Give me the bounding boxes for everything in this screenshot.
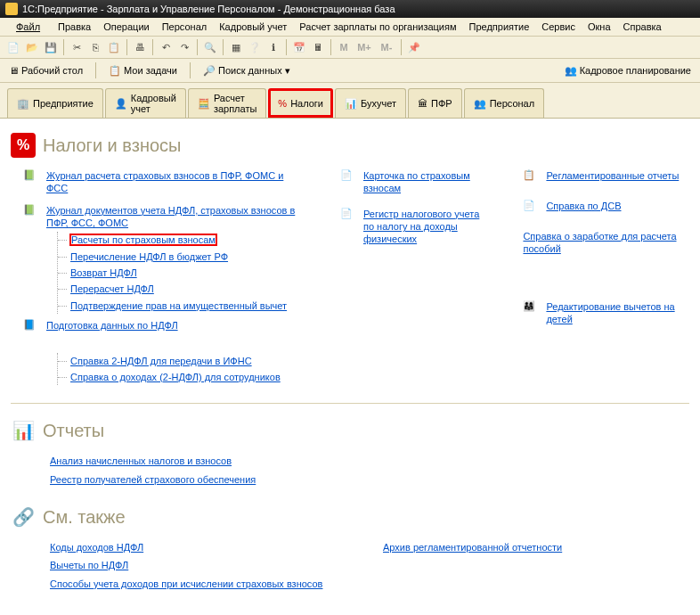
separator (330, 39, 331, 55)
separator (63, 39, 64, 55)
help-icon[interactable]: ❔ (247, 39, 263, 55)
link-ndfl-journal[interactable]: Журнал документов учета НДФЛ, страховых … (46, 204, 301, 230)
hr-planning-label: Кадровое планирование (580, 65, 691, 76)
tab-label: Предприятие (33, 98, 94, 109)
link-reg-reports[interactable]: Регламентированные отчеты (546, 169, 679, 182)
dropdown-icon: ▾ (285, 65, 290, 77)
menu-help[interactable]: Справка (618, 20, 667, 34)
content-area: % Налоги и взносы 📗 Журнал расчета страх… (0, 119, 700, 615)
link-tax-register[interactable]: Регистр налогового учета по налогу на до… (363, 208, 484, 246)
search-icon[interactable]: 🔍 (202, 39, 218, 55)
menu-file[interactable]: Файл (5, 20, 51, 34)
link-insurance-calc[interactable]: Расчеты по страховым взносам (70, 234, 216, 245)
divider (11, 403, 689, 404)
separator (190, 62, 191, 78)
tab-label: Бухучет (361, 98, 396, 109)
pfr-icon: 🏛 (418, 98, 427, 109)
tab-pfr[interactable]: 🏛ПФР (408, 88, 462, 118)
section-reports-title: 📊 Отчеты (11, 418, 689, 443)
tab-personnel[interactable]: 👥Персонал (464, 88, 545, 118)
section-seealso-title: 🔗 См. также (11, 504, 689, 529)
link-income-codes[interactable]: Коды доходов НДФЛ (50, 542, 143, 553)
percent-icon: % (278, 98, 287, 109)
app-logo (5, 3, 18, 15)
search-data-button[interactable]: 🔎 Поиск данных ▾ (199, 63, 294, 78)
memory-m[interactable]: M (336, 39, 352, 55)
tab-accounting[interactable]: 📊Бухучет (335, 88, 406, 118)
link-insurance-registry[interactable]: Реестр получателей страхового обеспечени… (50, 474, 256, 485)
paste-icon[interactable]: 📋 (106, 39, 122, 55)
print-icon[interactable]: 🖶 (132, 39, 148, 55)
tab-label: Налоги (290, 98, 323, 109)
building-icon: 🏢 (17, 98, 29, 110)
memory-mplus[interactable]: M+ (354, 39, 374, 55)
section-tabs: 🏢Предприятие 👤Кадровыйучет 🧮Расчетзарпла… (0, 83, 700, 119)
link-dsv[interactable]: Справка по ДСВ (546, 200, 621, 212)
report-icon: 📋 (523, 169, 541, 187)
menu-personnel[interactable]: Персонал (157, 20, 213, 34)
calc-icon: 🧮 (198, 98, 210, 110)
hr-planning-icon: 👥 (565, 65, 577, 77)
cut-icon[interactable]: ✂ (69, 39, 85, 55)
link-child-deductions[interactable]: Редактирование вычетов на детей (546, 300, 689, 326)
tab-payroll[interactable]: 🧮Расчетзарплаты (188, 88, 266, 118)
menu-operations[interactable]: Операции (98, 20, 154, 34)
tab-enterprise[interactable]: 🏢Предприятие (7, 88, 103, 118)
link-ndfl-transfer[interactable]: Перечисление НДФЛ в бюджет РФ (70, 251, 228, 262)
people-icon: 👥 (474, 98, 486, 110)
separator (152, 39, 153, 55)
new-icon[interactable]: 📄 (5, 39, 21, 55)
journal-icon: 📗 (23, 204, 41, 222)
window-title: 1С:Предприятие - Зарплата и Управление П… (22, 4, 395, 14)
link-ndfl-prep[interactable]: Подготовка данных по НДФЛ (46, 319, 178, 332)
undo-icon[interactable]: ↶ (158, 39, 174, 55)
link-2ndfl-ifns[interactable]: Справка 2-НДФЛ для передачи в ИФНС (70, 356, 252, 366)
separator (95, 62, 96, 78)
link-ndfl-recalc[interactable]: Перерасчет НДФЛ (70, 283, 154, 294)
link-ndfl-deductions[interactable]: Вычеты по НДФЛ (50, 560, 128, 570)
calc-icon[interactable]: 🖩 (310, 39, 326, 55)
section-title-text: Налоги и взносы (43, 135, 181, 156)
link-property-deduction[interactable]: Подтверждение прав на имущественный выче… (70, 300, 287, 311)
link-tax-analysis[interactable]: Анализ начисленных налогов и взносов (50, 455, 232, 466)
menu-bar: Файл Правка Операции Персонал Кадровый у… (0, 18, 700, 37)
pin-icon[interactable]: 📌 (406, 39, 422, 55)
hr-planning-button[interactable]: 👥 Кадровое планирование (561, 63, 695, 78)
menu-hr[interactable]: Кадровый учет (214, 20, 292, 34)
menu-edit[interactable]: Правка (53, 20, 96, 34)
link-salary-cert[interactable]: Справка о заработке для расчета пособий (523, 230, 689, 256)
grid-icon[interactable]: ▦ (228, 39, 244, 55)
people-icon: 👨‍👩‍👧 (523, 300, 541, 318)
book-icon: 📘 (23, 319, 41, 337)
menu-payroll[interactable]: Расчет зарплаты по организациям (294, 20, 461, 34)
link-report-archive[interactable]: Архив регламентированной отчетности (383, 542, 562, 553)
section-title-text: Отчеты (43, 421, 104, 441)
link-insurance-journal[interactable]: Журнал расчета страховых взносов в ПФР, … (46, 169, 301, 195)
percent-badge-icon: % (11, 133, 36, 158)
link-2ndfl-employees[interactable]: Справка о доходах (2-НДФЛ) для сотрудник… (70, 372, 281, 382)
open-icon[interactable]: 📂 (24, 39, 40, 55)
desktop-button[interactable]: 🖥 Рабочий стол (5, 63, 86, 78)
menu-windows[interactable]: Окна (582, 20, 616, 34)
tab-label: Персонал (490, 98, 535, 109)
link-insurance-card[interactable]: Карточка по страховым взносам (363, 169, 484, 195)
tasks-label: Мои задачи (124, 65, 177, 76)
link-ndfl-return[interactable]: Возврат НДФЛ (70, 267, 137, 278)
save-icon[interactable]: 💾 (43, 39, 59, 55)
tasks-button[interactable]: 📋 Мои задачи (105, 63, 181, 78)
tab-taxes[interactable]: %Налоги (268, 88, 333, 118)
tab-hr[interactable]: 👤Кадровыйучет (105, 88, 186, 118)
redo-icon[interactable]: ↷ (176, 39, 192, 55)
calendar-icon[interactable]: 📅 (291, 39, 307, 55)
separator (223, 39, 224, 55)
menu-enterprise[interactable]: Предприятие (464, 20, 535, 34)
link-income-methods[interactable]: Способы учета доходов при исчислении стр… (50, 578, 322, 589)
tab-label: Кадровыйучет (131, 93, 176, 114)
memory-mminus[interactable]: M- (377, 39, 396, 55)
toolbar-secondary: 🖥 Рабочий стол 📋 Мои задачи 🔎 Поиск данн… (0, 59, 700, 83)
chart-icon: 📊 (11, 418, 36, 443)
copy-icon[interactable]: ⎘ (87, 39, 103, 55)
tab-label: ПФР (431, 98, 452, 109)
info-icon[interactable]: ℹ (265, 39, 281, 55)
menu-service[interactable]: Сервис (536, 20, 581, 34)
